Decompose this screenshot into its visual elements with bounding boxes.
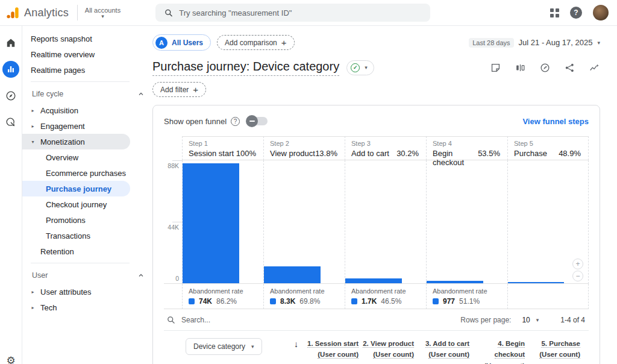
y-tick-0: 0 [175, 275, 179, 282]
nav-reports-snapshot[interactable]: Reports snapshot [22, 31, 150, 46]
chevron-down-icon: ▾ [251, 344, 254, 350]
funnel-column-1 [182, 160, 263, 284]
explore-icon[interactable] [2, 87, 19, 104]
legend-swatch [351, 298, 357, 304]
report-nav: Reports snapshot Realtime overview Realt… [22, 26, 150, 364]
rows-per-page-label: Rows per page: [460, 316, 511, 324]
y-tick-88k: 88K [168, 162, 179, 169]
view-funnel-steps-link[interactable]: View funnel steps [522, 117, 589, 126]
funnel-step-header-5: Step 5 Purchase48.9% [507, 136, 589, 160]
nav-header-lifecycle[interactable]: Life cycle [22, 86, 150, 102]
admin-gear-icon[interactable]: ⚙ [2, 352, 19, 364]
report-status-dropdown[interactable]: ✓ ▾ [346, 60, 374, 75]
show-open-funnel-toggle[interactable] [247, 117, 268, 125]
y-tick-44k: 44K [168, 224, 179, 231]
column-header-begin-checkout[interactable]: 4. Begin checkout(User count) [469, 338, 525, 364]
nav-user-attributes[interactable]: ▸ User attributes [22, 284, 150, 300]
funnel-report-card: Show open funnel ? View funnel steps Ste… [152, 105, 600, 364]
global-search[interactable] [155, 4, 430, 22]
nav-retention[interactable]: Retention [22, 243, 150, 259]
chevron-right-icon: ▸ [30, 108, 36, 113]
user-avatar[interactable] [593, 5, 609, 20]
chevron-down-icon: ▾ [30, 139, 36, 145]
nav-realtime-pages[interactable]: Realtime pages [22, 62, 150, 78]
chevron-down-icon[interactable]: ▾ [536, 317, 539, 323]
column-header-add-to-cart[interactable]: 3. Add to cart(User count) [414, 338, 469, 360]
funnel-step-header-3: Step 3 Add to cart30.2% [345, 136, 426, 160]
analytics-logo-icon [6, 6, 19, 19]
abandonment-gutter [164, 284, 182, 309]
feedback-note-icon[interactable] [490, 62, 501, 74]
column-header-view-product[interactable]: 2. View product(User count) [359, 338, 414, 360]
plus-icon: + [193, 84, 198, 95]
nav-divider [31, 263, 130, 263]
chevron-down-icon: ▾ [597, 40, 600, 46]
nav-checkout-journey[interactable]: Checkout journey [22, 196, 150, 212]
comparison-ab-icon[interactable] [515, 62, 526, 74]
add-filter-button[interactable]: Add filter + [152, 82, 206, 97]
help-icon[interactable]: ? [570, 7, 582, 19]
zoom-in-button[interactable]: + [572, 259, 583, 269]
nav-purchase-journey-selected[interactable]: Purchase journey [22, 181, 130, 196]
date-range-selector[interactable]: Last 28 days Jul 21 - Aug 17, 2025 ▾ [469, 38, 600, 48]
account-switcher[interactable]: All accounts ▾ [85, 7, 121, 19]
nav-engagement[interactable]: ▸ Engagement [22, 118, 150, 134]
main-content: A All Users Add comparison + Last 28 day… [150, 26, 617, 364]
apps-grid-icon[interactable] [550, 8, 559, 17]
dimension-selector[interactable]: Device category ▾ [186, 338, 262, 355]
help-tooltip-icon[interactable]: ? [231, 117, 240, 126]
date-preset-badge: Last 28 days [469, 38, 513, 48]
y-axis: 88K 44K 0 [164, 160, 182, 284]
add-comparison-button[interactable]: Add comparison + [217, 35, 294, 50]
chevron-down-icon: ▾ [101, 14, 104, 19]
nav-divider [31, 81, 130, 82]
topbar-divider [77, 5, 78, 20]
chart-zoom-controls: + − [572, 259, 583, 281]
sort-descending-icon[interactable]: ↓ [294, 339, 298, 349]
chevron-up-icon [138, 272, 144, 278]
nav-acquisition[interactable]: ▸ Acquisition [22, 102, 150, 118]
brand: Analytics [6, 6, 69, 19]
nav-monetization-overview[interactable]: Overview [22, 149, 150, 165]
all-users-comparison-chip[interactable]: A All Users [152, 34, 211, 51]
nav-ecommerce-purchases[interactable]: Ecommerce purchases [22, 165, 150, 181]
nav-tech[interactable]: ▸ Tech [22, 300, 150, 315]
rows-per-page-value[interactable]: 10 [522, 316, 530, 324]
advertising-icon[interactable] [2, 114, 19, 131]
global-search-input[interactable] [179, 8, 422, 17]
check-circle-icon: ✓ [351, 63, 360, 72]
funnel-step-header-2: Step 2 View product13.8% [263, 136, 345, 160]
explore-report-icon[interactable] [539, 62, 551, 74]
nav-header-user[interactable]: User [22, 267, 150, 284]
funnel-bar-session-start[interactable] [183, 163, 239, 283]
insights-icon[interactable] [589, 62, 600, 74]
zoom-out-button[interactable]: − [572, 271, 583, 281]
reports-icon-active[interactable] [2, 61, 19, 78]
funnel-step-header-1: Step 1 Session start100% [182, 136, 263, 160]
analytics-app: Analytics All accounts ▾ ? [0, 0, 617, 364]
funnel-bar-view-product[interactable] [264, 266, 321, 283]
pagination-status: 1-4 of 4 [560, 316, 585, 324]
chevron-up-icon [138, 91, 144, 97]
funnel-column-4 [426, 160, 507, 284]
page-title: Purchase journey: Device category [152, 60, 339, 76]
home-icon[interactable] [2, 34, 19, 51]
topbar: Analytics All accounts ▾ ? [0, 0, 617, 26]
chevron-right-icon: ▸ [30, 289, 36, 295]
column-header-session-start[interactable]: 1. Session start(User count) [303, 338, 359, 360]
funnel-header-gutter [164, 136, 182, 160]
nav-transactions[interactable]: Transactions [22, 228, 150, 243]
nav-realtime-overview[interactable]: Realtime overview [22, 46, 150, 62]
funnel-column-3 [345, 160, 426, 284]
funnel-bar-purchase[interactable] [508, 282, 564, 283]
funnel-column-2 [263, 160, 345, 284]
funnel-bar-add-to-cart[interactable] [345, 278, 402, 283]
nav-monetization[interactable]: ▾ Monetization [22, 134, 130, 149]
share-icon[interactable] [564, 62, 575, 74]
chevron-right-icon: ▸ [30, 305, 36, 310]
table-search-input[interactable] [181, 316, 314, 324]
nav-promotions[interactable]: Promotions [22, 212, 150, 228]
chevron-right-icon: ▸ [30, 124, 36, 129]
funnel-bar-begin-checkout[interactable] [427, 281, 483, 283]
column-header-purchase[interactable]: 5. Purchase(User count) [525, 338, 580, 360]
